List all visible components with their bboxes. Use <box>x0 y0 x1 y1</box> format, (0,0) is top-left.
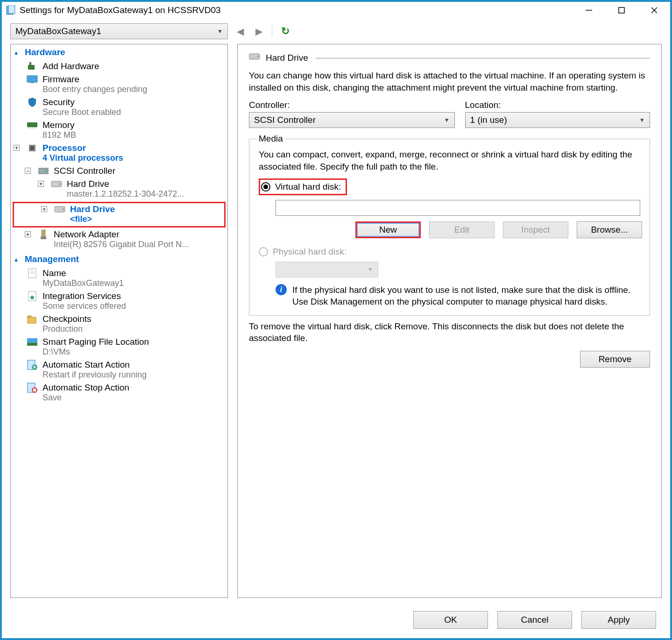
tree-network-adapter[interactable]: + Network AdapterIntel(R) 82576 Gigabit … <box>11 228 227 251</box>
physical-disk-dropdown: ▼ <box>276 262 378 277</box>
shield-icon <box>27 97 38 107</box>
svg-point-42 <box>257 56 259 57</box>
window-title: Settings for MyDataBoxGateway1 on HCSSRV… <box>20 5 582 15</box>
inspect-button: Inspect <box>503 221 568 238</box>
highlighted-tree-item: + Hard Drive<file> <box>13 202 226 228</box>
processor-icon <box>27 143 38 153</box>
expand-icon[interactable]: + <box>38 181 44 187</box>
hard-drive-icon <box>51 179 62 189</box>
add-hardware-icon <box>27 61 38 71</box>
tree-security[interactable]: SecuritySecure Boot enabled <box>11 96 227 119</box>
svg-rect-6 <box>28 65 35 70</box>
svg-rect-1 <box>8 5 15 14</box>
tree-add-hardware[interactable]: Add Hardware <box>11 60 227 73</box>
media-legend: Media <box>257 134 285 144</box>
chevron-down-icon: ▼ <box>639 117 645 123</box>
refresh-button[interactable]: ↻ <box>279 25 292 38</box>
tree-name[interactable]: NameMyDataBoxGateway1 <box>11 267 227 290</box>
tree-hard-drive-1[interactable]: + Hard Drivemaster.1.2.18252.1-304-2472.… <box>11 178 227 201</box>
chevron-down-icon: ▼ <box>217 28 223 35</box>
auto-start-icon <box>27 360 38 370</box>
info-text: If the physical hard disk you want to us… <box>292 284 642 308</box>
expand-icon[interactable]: + <box>14 145 20 151</box>
section-title: Hard Drive <box>249 53 650 63</box>
tree-auto-start[interactable]: Automatic Start ActionRestart if previou… <box>11 359 227 382</box>
hardware-header[interactable]: ▴ Hardware <box>11 44 227 60</box>
cancel-button[interactable]: Cancel <box>497 611 572 629</box>
chevron-down-icon: ▼ <box>444 117 450 123</box>
svg-rect-25 <box>41 236 46 239</box>
svg-rect-24 <box>42 230 45 236</box>
hard-drive-icon <box>249 53 260 63</box>
tree-processor[interactable]: + Processor4 Virtual processors <box>11 142 227 165</box>
tree-checkpoints[interactable]: CheckpointsProduction <box>11 313 227 336</box>
tree-scsi-controller[interactable]: − SCSI Controller <box>11 165 227 178</box>
tree-auto-stop[interactable]: Automatic Stop ActionSave <box>11 382 227 405</box>
svg-rect-32 <box>28 316 31 317</box>
minimize-button[interactable] <box>582 4 595 17</box>
controller-dropdown[interactable]: SCSI Controller ▼ <box>249 112 455 128</box>
settings-tree: ▴ Hardware Add Hardware FirmwareBoot ent… <box>10 44 228 598</box>
edit-button: Edit <box>429 221 495 238</box>
svg-point-30 <box>30 296 34 299</box>
tree-smart-paging[interactable]: Smart Paging File LocationD:\VMs <box>11 336 227 359</box>
svg-rect-7 <box>29 62 31 65</box>
scsi-icon <box>38 166 49 176</box>
phd-radio-label: Physical hard disk: <box>273 247 347 257</box>
new-button[interactable]: New <box>355 221 421 238</box>
location-label: Location: <box>465 100 650 110</box>
phd-radio <box>259 247 268 256</box>
network-icon <box>38 229 49 240</box>
toolbar-divider <box>272 25 272 37</box>
nav-back-button[interactable]: ◀ <box>233 25 247 38</box>
svg-point-23 <box>63 209 64 210</box>
dialog-buttons: OK Cancel Apply <box>413 611 656 629</box>
expand-icon[interactable]: + <box>41 206 47 212</box>
remove-description: To remove the virtual hard disk, click R… <box>249 320 650 344</box>
memory-icon <box>27 120 38 130</box>
media-description: You can compact, convert, expand, merge,… <box>257 149 642 172</box>
vm-selector-value: MyDataBoxGateway1 <box>15 26 101 36</box>
browse-button[interactable]: Browse... <box>577 221 642 238</box>
svg-rect-31 <box>28 317 36 323</box>
smart-paging-icon <box>27 337 38 347</box>
vhd-radio-highlight: Virtual hard disk: <box>259 178 347 195</box>
firmware-icon <box>27 74 38 85</box>
collapse-icon: ▴ <box>14 256 23 263</box>
remove-button[interactable]: Remove <box>580 351 650 368</box>
ok-button[interactable]: OK <box>413 611 488 629</box>
maximize-button[interactable] <box>615 4 628 17</box>
svg-point-21 <box>59 184 61 185</box>
location-dropdown[interactable]: 1 (in use) ▼ <box>465 112 650 128</box>
expand-icon[interactable]: + <box>25 231 31 237</box>
detail-panel: Hard Drive You can change how this virtu… <box>237 44 662 598</box>
checkpoints-icon <box>27 314 38 324</box>
collapse-icon[interactable]: − <box>25 168 31 174</box>
tree-memory[interactable]: Memory8192 MB <box>11 119 227 142</box>
nav-forward-button[interactable]: ▶ <box>252 25 265 38</box>
svg-rect-40 <box>33 389 36 391</box>
integration-icon <box>27 291 38 301</box>
toolbar: MyDataBoxGateway1 ▼ ◀ ▶ ↻ <box>2 19 670 44</box>
management-header[interactable]: ▴ Management <box>11 251 227 267</box>
titlebar: Settings for MyDataBoxGateway1 on HCSSRV… <box>2 2 670 19</box>
svg-rect-10 <box>27 122 37 127</box>
info-block: i If the physical hard disk you want to … <box>276 284 642 308</box>
vhd-radio[interactable] <box>261 182 270 192</box>
tree-hard-drive-2[interactable]: + Hard Drive<file> <box>14 203 224 226</box>
collapse-icon: ▴ <box>14 49 23 56</box>
controller-label: Controller: <box>249 100 455 110</box>
description-text: You can change how this virtual hard dis… <box>249 70 650 93</box>
svg-rect-9 <box>30 82 34 83</box>
info-icon: i <box>276 284 287 295</box>
svg-rect-26 <box>28 269 36 278</box>
svg-rect-17 <box>30 146 34 150</box>
media-fieldset: Media You can compact, convert, expand, … <box>249 134 650 316</box>
apply-button[interactable]: Apply <box>581 611 656 629</box>
svg-point-19 <box>45 170 47 172</box>
close-button[interactable] <box>648 4 661 17</box>
tree-firmware[interactable]: FirmwareBoot entry changes pending <box>11 73 227 96</box>
vhd-path-input[interactable] <box>276 200 640 216</box>
tree-integration-services[interactable]: Integration ServicesSome services offere… <box>11 290 227 313</box>
vm-selector-dropdown[interactable]: MyDataBoxGateway1 ▼ <box>10 23 228 39</box>
